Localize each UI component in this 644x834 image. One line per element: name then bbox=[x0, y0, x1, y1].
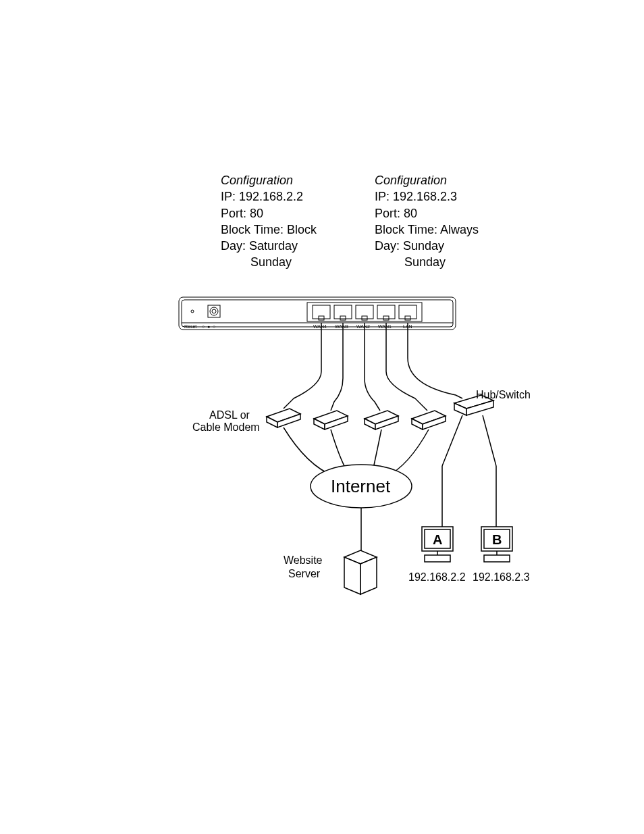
server-label-2: Server bbox=[288, 568, 321, 579]
modem-2-icon bbox=[314, 411, 348, 429]
config-b-ip: IP: 192.168.2.3 bbox=[375, 188, 530, 205]
pc-a-label: A bbox=[433, 532, 442, 547]
pc-b-label: B bbox=[492, 532, 502, 547]
config-b-title: Configuration bbox=[375, 172, 530, 188]
config-b-day2: Sunday bbox=[375, 254, 530, 270]
reset-button-icon bbox=[208, 305, 220, 317]
config-a-ip: IP: 192.168.2.2 bbox=[221, 188, 376, 205]
svg-line-39 bbox=[483, 415, 496, 466]
hub-switch-label: Hub/Switch bbox=[476, 389, 531, 400]
pc-a-icon: A bbox=[422, 527, 453, 562]
modem-3-icon bbox=[365, 411, 398, 429]
config-a-title: Configuration bbox=[221, 172, 376, 188]
internet-label: Internet bbox=[331, 476, 391, 496]
server-label-1: Website bbox=[284, 554, 323, 566]
port-label-wan4: WAN4 bbox=[313, 324, 327, 329]
modem-label-2: Cable Modem bbox=[192, 421, 260, 433]
config-a-day2: Sunday bbox=[221, 254, 376, 270]
svg-rect-8 bbox=[313, 305, 330, 319]
led-1: ○ bbox=[202, 324, 205, 329]
reset-label: Reset bbox=[184, 324, 196, 329]
config-b-port: Port: 80 bbox=[375, 205, 530, 221]
modem-4-icon bbox=[412, 411, 446, 429]
config-b-block: Block Time: Always bbox=[375, 221, 530, 238]
svg-marker-35 bbox=[344, 557, 360, 594]
port-label-wan3: WAN3 bbox=[335, 324, 348, 329]
config-b-day: Day: Sunday bbox=[375, 238, 530, 254]
svg-line-37 bbox=[442, 415, 462, 466]
svg-rect-12 bbox=[356, 305, 373, 319]
config-block-b: Configuration IP: 192.168.2.3 Port: 80 B… bbox=[375, 172, 530, 271]
svg-rect-16 bbox=[399, 305, 417, 319]
svg-marker-36 bbox=[360, 557, 377, 594]
port-icons bbox=[313, 305, 417, 320]
pc-b-icon: B bbox=[481, 527, 512, 562]
config-a-port: Port: 80 bbox=[221, 205, 376, 221]
svg-rect-43 bbox=[425, 555, 450, 562]
modem-label-1: ADSL or bbox=[209, 409, 250, 421]
port-label-wan1: WAN1 bbox=[378, 324, 392, 329]
svg-rect-14 bbox=[377, 305, 395, 319]
pc-a-ip: 192.168.2.2 bbox=[408, 571, 466, 583]
svg-rect-10 bbox=[334, 305, 352, 319]
config-block-a: Configuration IP: 192.168.2.2 Port: 80 B… bbox=[221, 172, 376, 271]
modem-1-icon bbox=[267, 409, 300, 427]
led-2: ● bbox=[207, 324, 210, 329]
server-icon bbox=[344, 550, 377, 594]
svg-point-3 bbox=[191, 310, 194, 313]
svg-rect-47 bbox=[484, 555, 510, 562]
pc-b-ip: 192.168.2.3 bbox=[473, 571, 530, 583]
port-label-wan2: WAN2 bbox=[356, 324, 370, 329]
led-3: ○ bbox=[213, 324, 215, 329]
network-diagram: Reset ○ ● ○ WAN4 WAN3 WAN2 WAN1 LAN Hub/… bbox=[172, 290, 557, 601]
config-a-block: Block Time: Block bbox=[221, 221, 376, 238]
config-a-day: Day: Saturday bbox=[221, 238, 376, 254]
router-device: Reset ○ ● ○ WAN4 WAN3 WAN2 WAN1 LAN bbox=[179, 297, 456, 330]
